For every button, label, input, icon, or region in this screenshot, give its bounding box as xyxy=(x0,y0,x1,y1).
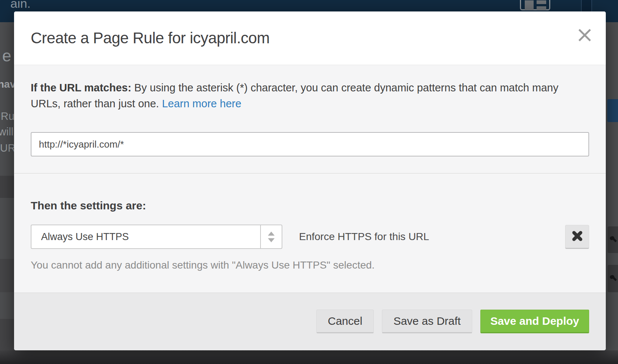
learn-more-link[interactable]: Learn more here xyxy=(162,98,241,109)
background-blue-button-edge xyxy=(607,99,618,122)
background-table-band xyxy=(0,319,14,350)
background-text-fragment: UR xyxy=(0,142,16,154)
modal-header: Create a Page Rule for icyapril.com xyxy=(14,11,606,65)
settings-section: Then the settings are: Always Use HTTPS … xyxy=(14,173,606,293)
background-text-fragment: e xyxy=(2,47,11,65)
url-match-section: If the URL matches: By using the asteris… xyxy=(14,65,606,173)
modal-footer: Cancel Save as Draft Save and Deploy xyxy=(14,293,606,350)
settings-heading: Then the settings are: xyxy=(31,199,589,212)
close-icon xyxy=(577,38,592,44)
save-as-draft-button[interactable]: Save as Draft xyxy=(382,310,472,333)
setting-select[interactable]: Always Use HTTPS xyxy=(31,225,282,249)
setting-description: Enforce HTTPS for this URL xyxy=(299,231,429,243)
background-text-fragment: Ru xyxy=(1,110,14,122)
remove-setting-button[interactable] xyxy=(565,225,589,249)
select-updown-arrows-icon xyxy=(260,225,282,248)
url-pattern-input[interactable] xyxy=(31,132,589,156)
background-page-bottom xyxy=(0,350,618,364)
create-page-rule-modal: Create a Page Rule for icyapril.com If t… xyxy=(14,11,606,350)
background-text-fragment: nav xyxy=(0,78,16,90)
settings-note: You cannot add any additional settings w… xyxy=(31,259,589,271)
wrench-icon xyxy=(608,265,618,292)
setting-row: Always Use HTTPS Enforce HTTPS for this … xyxy=(31,225,589,249)
background-text-fragment: will xyxy=(0,126,13,138)
cancel-button[interactable]: Cancel xyxy=(316,310,374,333)
url-match-label: If the URL matches: xyxy=(31,82,131,94)
remove-x-icon xyxy=(572,230,583,243)
background-table-band xyxy=(0,259,14,292)
background-table-band xyxy=(0,176,14,198)
save-and-deploy-button[interactable]: Save and Deploy xyxy=(480,310,589,333)
modal-title: Create a Page Rule for icyapril.com xyxy=(31,29,269,47)
url-match-description: If the URL matches: By using the asteris… xyxy=(31,80,560,112)
setting-select-value: Always Use HTTPS xyxy=(31,231,260,243)
background-domain-text-fragment: ain. xyxy=(10,0,31,11)
close-button[interactable] xyxy=(576,27,593,44)
apps-grid-icon xyxy=(520,0,550,10)
wrench-icon xyxy=(608,226,618,253)
